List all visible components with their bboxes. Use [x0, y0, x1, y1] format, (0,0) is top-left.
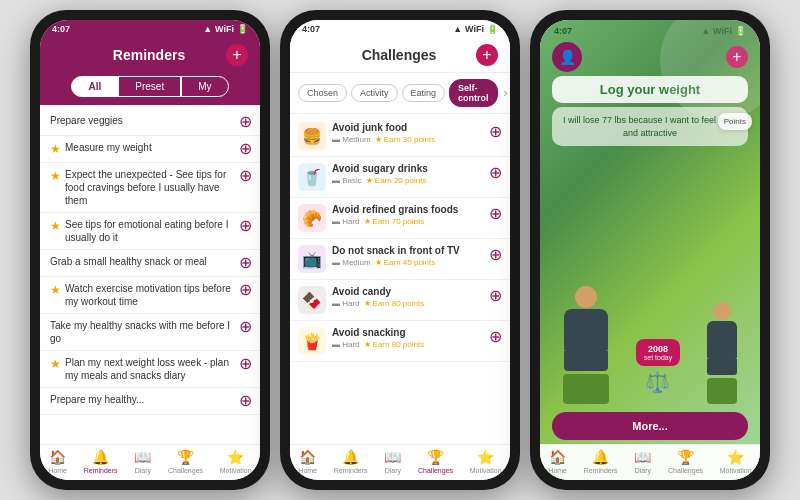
tab-all[interactable]: All — [71, 76, 118, 97]
list-item: ★ Plan my next weight loss week - plan m… — [40, 351, 260, 388]
avatar-torso-after — [707, 321, 737, 359]
add-challenge-button[interactable]: ⊕ — [489, 286, 502, 305]
add-reminder-button[interactable]: ⊕ — [239, 168, 252, 184]
weight-add-button[interactable]: + — [726, 46, 748, 68]
challenges-add-button[interactable]: + — [476, 44, 498, 66]
tab-my[interactable]: My — [181, 76, 228, 97]
nav-diary-3[interactable]: 📖 Diary — [634, 449, 651, 474]
list-item: Take my healthy snacks with me before I … — [40, 314, 260, 351]
list-item: ★ See tips for emotional eating before I… — [40, 213, 260, 250]
nav-motivation-2[interactable]: ⭐ Motivation — [470, 449, 502, 474]
bell-icon-3: 🔔 — [592, 449, 609, 465]
challenge-name: Avoid refined grains foods — [332, 204, 483, 215]
motivation-text: I will lose 77 lbs because I want to fee… — [563, 115, 737, 138]
challenge-name: Avoid sugary drinks — [332, 163, 483, 174]
add-reminder-button[interactable]: ⊕ — [239, 255, 252, 271]
challenges-header: Challenges + — [290, 38, 510, 73]
nav-challenges-2[interactable]: 🏆 Challenges — [418, 449, 453, 474]
nav-home-3[interactable]: 🏠 Home — [548, 449, 567, 474]
nav-home[interactable]: 🏠 Home — [48, 449, 67, 474]
nav-challenges-3[interactable]: 🏆 Challenges — [668, 449, 703, 474]
avatar-legs-before — [563, 374, 609, 404]
tab-activity[interactable]: Activity — [351, 84, 398, 102]
tab-eating[interactable]: Eating — [402, 84, 446, 102]
points-label: ★ Earn 80 points — [364, 299, 425, 308]
add-reminder-button[interactable]: ⊕ — [239, 141, 252, 157]
challenges-screen: 4:07 ▲ WiFi 🔋 Challenges + Chosen Activi… — [290, 20, 510, 480]
challenge-info: Avoid sugary drinks ▬ Basic ★ Earn 20 po… — [332, 163, 483, 185]
reminders-title: Reminders — [113, 47, 185, 63]
diary-icon-2: 📖 — [384, 449, 401, 465]
add-reminder-button[interactable]: ⊕ — [239, 319, 252, 335]
challenge-meta: ▬ Hard ★ Earn 80 points — [332, 299, 483, 308]
add-challenge-button[interactable]: ⊕ — [489, 327, 502, 346]
nav-reminders-label: Reminders — [84, 467, 118, 474]
difficulty-label: ▬ Hard — [332, 340, 360, 349]
bottom-nav-2: 🏠 Home 🔔 Reminders 📖 Diary 🏆 Challenges … — [290, 444, 510, 480]
challenge-info: Avoid snacking ▬ Hard ★ Earn 80 points — [332, 327, 483, 349]
reminders-tabs: All Preset My — [40, 72, 260, 105]
add-reminder-button[interactable]: ⊕ — [239, 282, 252, 298]
add-challenge-button[interactable]: ⊕ — [489, 204, 502, 223]
reminder-text: Grab a small healthy snack or meal — [50, 255, 231, 268]
home-icon-3: 🏠 — [549, 449, 566, 465]
signal-icon: ▲ — [203, 24, 212, 34]
challenges-icon: 🏆 — [177, 449, 194, 465]
nav-reminders[interactable]: 🔔 Reminders — [84, 449, 118, 474]
motivation-icon: ⭐ — [227, 449, 244, 465]
add-reminder-button[interactable]: ⊕ — [239, 114, 252, 130]
reminders-header: Reminders + — [40, 38, 260, 72]
add-reminder-button[interactable]: ⊕ — [239, 393, 252, 409]
star-icon: ★ — [50, 142, 61, 156]
challenge-icon: 🥤 — [298, 163, 326, 191]
nav-reminders-3[interactable]: 🔔 Reminders — [584, 449, 618, 474]
nav-diary-2[interactable]: 📖 Diary — [384, 449, 401, 474]
tab-self-control[interactable]: Self-control — [449, 79, 498, 107]
nav-challenges[interactable]: 🏆 Challenges — [168, 449, 203, 474]
challenges-icon-3: 🏆 — [677, 449, 694, 465]
nav-motivation-3[interactable]: ⭐ Motivation — [720, 449, 752, 474]
avatars-area: 2008 set today ⚖️ — [540, 150, 760, 408]
reminder-text: Take my healthy snacks with me before I … — [50, 319, 231, 345]
user-avatar[interactable]: 👤 — [552, 42, 582, 72]
wifi-icon-3: WiFi — [713, 26, 732, 36]
nav-reminders-2[interactable]: 🔔 Reminders — [334, 449, 368, 474]
add-reminder-button[interactable]: ⊕ — [239, 218, 252, 234]
add-reminder-button[interactable]: ⊕ — [239, 356, 252, 372]
add-challenge-button[interactable]: ⊕ — [489, 245, 502, 264]
challenge-meta: ▬ Medium ★ Earn 45 points — [332, 258, 483, 267]
add-challenge-button[interactable]: ⊕ — [489, 163, 502, 182]
add-challenge-button[interactable]: ⊕ — [489, 122, 502, 141]
nav-motivation-label: Motivation — [220, 467, 252, 474]
difficulty-label: ▬ Medium — [332, 258, 371, 267]
status-bar-3: 4:07 ▲ WiFi 🔋 — [540, 20, 760, 38]
wifi-icon-2: WiFi — [465, 24, 484, 34]
tab-preset[interactable]: Preset — [118, 76, 181, 97]
challenge-name: Avoid junk food — [332, 122, 483, 133]
list-item: 🥤 Avoid sugary drinks ▬ Basic ★ Earn 20 … — [290, 157, 510, 198]
star-icon: ★ — [50, 357, 61, 371]
phones-container: 4:07 ▲ WiFi 🔋 Reminders + All Preset My — [0, 0, 800, 500]
challenges-list: 🍔 Avoid junk food ▬ Medium ★ Earn 30 poi… — [290, 114, 510, 444]
nav-diary[interactable]: 📖 Diary — [134, 449, 151, 474]
nav-motivation[interactable]: ⭐ Motivation — [220, 449, 252, 474]
list-item: ★ Measure my weight ⊕ — [40, 136, 260, 163]
challenge-meta: ▬ Hard ★ Earn 80 points — [332, 340, 483, 349]
log-weight-title: Log your weight — [562, 82, 738, 97]
challenge-name: Avoid candy — [332, 286, 483, 297]
reminder-text: See tips for emotional eating before I u… — [65, 218, 231, 244]
reminder-text: Prepare veggies — [50, 114, 231, 127]
reminders-add-button[interactable]: + — [226, 44, 248, 66]
points-text: Points — [724, 117, 746, 126]
nav-home-2[interactable]: 🏠 Home — [298, 449, 317, 474]
bottom-nav-3: 🏠 Home 🔔 Reminders 📖 Diary 🏆 Challenges — [540, 444, 760, 480]
challenge-info: Avoid candy ▬ Hard ★ Earn 80 points — [332, 286, 483, 308]
list-item: 🍔 Avoid junk food ▬ Medium ★ Earn 30 poi… — [290, 116, 510, 157]
tab-chosen[interactable]: Chosen — [298, 84, 347, 102]
weight-header-row: 👤 + — [540, 38, 760, 76]
status-bar-1: 4:07 ▲ WiFi 🔋 — [40, 20, 260, 38]
more-button[interactable]: More... — [552, 412, 748, 440]
reminders-screen: 4:07 ▲ WiFi 🔋 Reminders + All Preset My — [40, 20, 260, 480]
reminder-text: Watch exercise motivation tips before my… — [65, 282, 231, 308]
time-1: 4:07 — [52, 24, 70, 34]
